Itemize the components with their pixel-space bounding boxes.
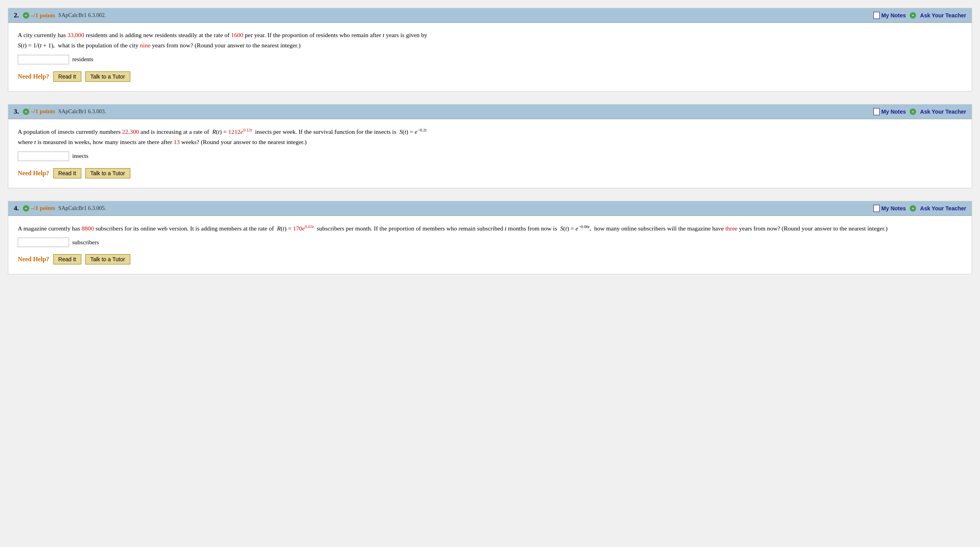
question-3: 3. + –/1 points SApCalcBr1 6.3.003. My N… <box>8 104 972 188</box>
question-3-body: A population of insects currently number… <box>8 119 972 188</box>
question-4-header: 4. + –/1 points SApCalcBr1 6.3.005. My N… <box>8 201 972 216</box>
question-number-3: 3. <box>14 108 19 116</box>
my-notes-label: My Notes <box>881 12 906 19</box>
problem-code-3: SApCalcBr1 6.3.003. <box>58 109 106 115</box>
need-help-label-4: Need Help? <box>18 256 49 263</box>
value-nine: nine <box>140 42 150 49</box>
answer-unit-4: subscribers <box>72 239 99 246</box>
points-text-3: –/1 points <box>31 108 55 115</box>
notes-icon <box>873 12 880 19</box>
problem-code: SApCalcBr1 6.3.002. <box>58 12 106 19</box>
need-help-row-4: Need Help? Read It Talk to a Tutor <box>18 254 962 264</box>
need-help-label-3: Need Help? <box>18 170 49 177</box>
my-notes-button[interactable]: My Notes <box>873 12 906 19</box>
my-notes-button-4[interactable]: My Notes <box>873 205 906 212</box>
answer-input-4[interactable] <box>18 238 69 247</box>
question-number: 2. <box>14 11 19 19</box>
value-22300: 22,300 <box>122 128 139 135</box>
ask-teacher-label-3: Ask Your Teacher <box>920 109 966 115</box>
read-it-button-2[interactable]: Read It <box>53 71 81 82</box>
question-4: 4. + –/1 points SApCalcBr1 6.3.005. My N… <box>8 201 972 275</box>
talk-to-tutor-button-2[interactable]: Talk to a Tutor <box>85 71 130 82</box>
question-2-body: A city currently has 33,000 residents an… <box>8 23 972 91</box>
question-4-text: A magazine currently has 8800 subscriber… <box>18 223 962 234</box>
points-text-4: –/1 points <box>31 205 55 212</box>
ask-teacher-button-3[interactable]: Ask Your Teacher <box>920 109 966 115</box>
my-notes-button-3[interactable]: My Notes <box>873 108 906 115</box>
value-1212e: 1212e0.12t <box>228 128 252 135</box>
read-it-button-4[interactable]: Read It <box>53 254 81 264</box>
value-13: 13 <box>174 139 180 145</box>
talk-to-tutor-button-3[interactable]: Talk to a Tutor <box>85 168 130 178</box>
answer-row-2: residents <box>18 55 962 64</box>
ask-teacher-label-4: Ask Your Teacher <box>920 205 966 212</box>
ask-plus-icon-4: + <box>910 205 916 212</box>
my-notes-label-4: My Notes <box>881 205 906 212</box>
answer-unit-3: insects <box>72 153 88 159</box>
need-help-label-2: Need Help? <box>18 73 49 80</box>
ask-teacher-button[interactable]: Ask Your Teacher <box>920 12 966 19</box>
plus-icon-3: + <box>23 109 29 115</box>
question-4-body: A magazine currently has 8800 subscriber… <box>8 216 972 274</box>
notes-icon-4 <box>873 205 880 212</box>
answer-row-3: insects <box>18 152 962 161</box>
header-right-3: My Notes + Ask Your Teacher <box>873 108 966 115</box>
need-help-row-3: Need Help? Read It Talk to a Tutor <box>18 168 962 178</box>
talk-to-tutor-button-4[interactable]: Talk to a Tutor <box>85 254 130 264</box>
notes-icon-3 <box>873 108 880 115</box>
value-1600: 1600 <box>231 32 243 38</box>
value-8800: 8800 <box>82 225 94 232</box>
ask-plus-icon-3: + <box>910 109 916 115</box>
value-33000: 33,000 <box>68 32 84 38</box>
read-it-button-3[interactable]: Read It <box>53 168 81 178</box>
header-right-4: My Notes + Ask Your Teacher <box>873 205 966 212</box>
problem-code-4: SApCalcBr1 6.3.005. <box>58 205 106 212</box>
ask-plus-icon: + <box>910 12 916 19</box>
value-170e: 170e0.03t <box>293 225 314 232</box>
question-2-header: 2. + –/1 points SApCalcBr1 6.3.002. My N… <box>8 8 972 23</box>
question-3-header: 3. + –/1 points SApCalcBr1 6.3.003. My N… <box>8 105 972 119</box>
ask-teacher-label: Ask Your Teacher <box>920 12 966 19</box>
question-3-text: A population of insects currently number… <box>18 126 962 148</box>
header-right: My Notes + Ask Your Teacher <box>873 12 966 19</box>
points-text: –/1 points <box>31 12 55 19</box>
answer-row-4: subscribers <box>18 238 962 247</box>
plus-icon: + <box>23 12 29 19</box>
my-notes-label-3: My Notes <box>881 109 906 115</box>
value-three: three <box>725 225 738 232</box>
plus-icon-4: + <box>23 205 29 212</box>
need-help-row-2: Need Help? Read It Talk to a Tutor <box>18 71 962 82</box>
question-2: 2. + –/1 points SApCalcBr1 6.3.002. My N… <box>8 8 972 92</box>
ask-teacher-button-4[interactable]: Ask Your Teacher <box>920 205 966 212</box>
answer-unit-2: residents <box>72 56 93 63</box>
question-number-4: 4. <box>14 204 19 212</box>
answer-input-3[interactable] <box>18 152 69 161</box>
question-2-text: A city currently has 33,000 residents an… <box>18 30 962 51</box>
answer-input-2[interactable] <box>18 55 69 64</box>
